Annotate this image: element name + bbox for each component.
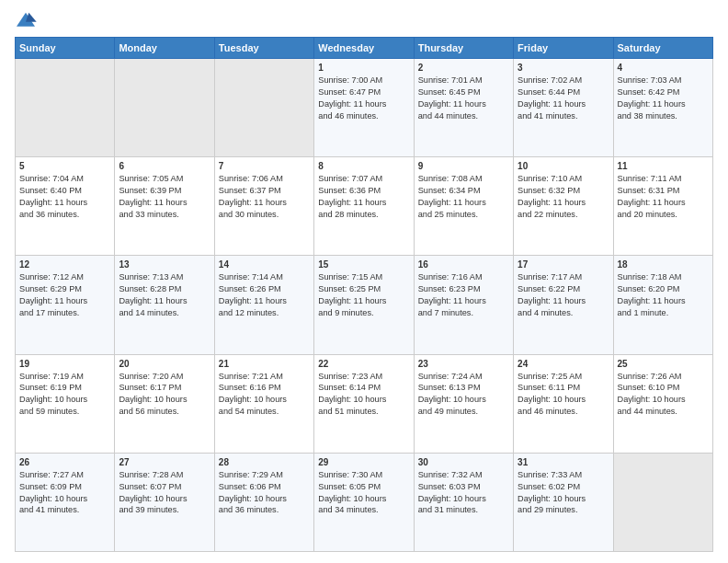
calendar-cell: 3Sunrise: 7:02 AM Sunset: 6:44 PM Daylig… <box>514 59 613 157</box>
calendar-cell: 28Sunrise: 7:29 AM Sunset: 6:06 PM Dayli… <box>214 453 313 551</box>
day-number: 19 <box>19 359 110 369</box>
logo-icon <box>15 11 37 29</box>
calendar-cell <box>613 453 712 551</box>
calendar-cell: 18Sunrise: 7:18 AM Sunset: 6:20 PM Dayli… <box>613 256 712 354</box>
weekday-header: Wednesday <box>314 38 414 59</box>
day-number: 10 <box>518 161 609 171</box>
weekday-header: Saturday <box>613 38 712 59</box>
weekday-header: Sunday <box>16 38 115 59</box>
day-info: Sunrise: 7:19 AM Sunset: 6:19 PM Dayligh… <box>19 371 110 419</box>
header <box>15 11 713 29</box>
day-number: 22 <box>318 359 409 369</box>
logo <box>15 11 40 29</box>
day-info: Sunrise: 7:24 AM Sunset: 6:13 PM Dayligh… <box>418 371 509 419</box>
calendar-cell: 12Sunrise: 7:12 AM Sunset: 6:29 PM Dayli… <box>16 256 115 354</box>
svg-marker-1 <box>26 13 37 22</box>
calendar-cell <box>214 59 313 157</box>
calendar-cell: 23Sunrise: 7:24 AM Sunset: 6:13 PM Dayli… <box>414 354 513 453</box>
day-info: Sunrise: 7:23 AM Sunset: 6:14 PM Dayligh… <box>318 371 409 419</box>
day-number: 27 <box>119 457 210 467</box>
day-info: Sunrise: 7:03 AM Sunset: 6:42 PM Dayligh… <box>618 75 709 122</box>
day-info: Sunrise: 7:25 AM Sunset: 6:11 PM Dayligh… <box>518 371 609 419</box>
calendar-cell: 13Sunrise: 7:13 AM Sunset: 6:28 PM Dayli… <box>115 256 214 354</box>
day-info: Sunrise: 7:12 AM Sunset: 6:29 PM Dayligh… <box>19 271 110 319</box>
day-number: 14 <box>219 259 310 270</box>
day-info: Sunrise: 7:21 AM Sunset: 6:16 PM Dayligh… <box>219 371 310 419</box>
calendar-cell: 8Sunrise: 7:07 AM Sunset: 6:36 PM Daylig… <box>314 157 414 256</box>
day-info: Sunrise: 7:18 AM Sunset: 6:20 PM Dayligh… <box>618 271 709 319</box>
day-number: 29 <box>318 457 409 467</box>
day-number: 26 <box>19 457 110 467</box>
calendar-cell: 27Sunrise: 7:28 AM Sunset: 6:07 PM Dayli… <box>115 453 214 551</box>
day-info: Sunrise: 7:27 AM Sunset: 6:09 PM Dayligh… <box>19 469 110 517</box>
day-info: Sunrise: 7:16 AM Sunset: 6:23 PM Dayligh… <box>418 271 509 319</box>
calendar-cell: 1Sunrise: 7:00 AM Sunset: 6:47 PM Daylig… <box>314 59 414 157</box>
calendar-cell: 15Sunrise: 7:15 AM Sunset: 6:25 PM Dayli… <box>314 256 414 354</box>
day-info: Sunrise: 7:30 AM Sunset: 6:05 PM Dayligh… <box>318 469 409 517</box>
day-info: Sunrise: 7:13 AM Sunset: 6:28 PM Dayligh… <box>119 271 210 319</box>
calendar-cell: 6Sunrise: 7:05 AM Sunset: 6:39 PM Daylig… <box>115 157 214 256</box>
day-number: 6 <box>119 161 210 171</box>
calendar-cell: 26Sunrise: 7:27 AM Sunset: 6:09 PM Dayli… <box>16 453 115 551</box>
weekday-header: Tuesday <box>214 38 313 59</box>
day-number: 31 <box>518 457 609 467</box>
day-info: Sunrise: 7:08 AM Sunset: 6:34 PM Dayligh… <box>418 173 509 221</box>
calendar-cell: 5Sunrise: 7:04 AM Sunset: 6:40 PM Daylig… <box>16 157 115 256</box>
day-number: 3 <box>518 63 609 73</box>
calendar-cell: 29Sunrise: 7:30 AM Sunset: 6:05 PM Dayli… <box>314 453 414 551</box>
day-info: Sunrise: 7:06 AM Sunset: 6:37 PM Dayligh… <box>219 173 310 221</box>
day-info: Sunrise: 7:28 AM Sunset: 6:07 PM Dayligh… <box>119 469 210 517</box>
day-number: 8 <box>318 161 409 171</box>
day-number: 16 <box>418 259 509 270</box>
calendar-cell: 7Sunrise: 7:06 AM Sunset: 6:37 PM Daylig… <box>214 157 313 256</box>
calendar-cell: 2Sunrise: 7:01 AM Sunset: 6:45 PM Daylig… <box>414 59 513 157</box>
calendar-cell <box>115 59 214 157</box>
day-info: Sunrise: 7:20 AM Sunset: 6:17 PM Dayligh… <box>119 371 210 419</box>
day-number: 2 <box>418 63 509 73</box>
day-number: 5 <box>19 161 110 171</box>
day-number: 30 <box>418 457 509 467</box>
calendar-cell: 20Sunrise: 7:20 AM Sunset: 6:17 PM Dayli… <box>115 354 214 453</box>
calendar-cell: 24Sunrise: 7:25 AM Sunset: 6:11 PM Dayli… <box>514 354 613 453</box>
day-number: 1 <box>318 63 409 73</box>
day-number: 28 <box>219 457 310 467</box>
day-info: Sunrise: 7:15 AM Sunset: 6:25 PM Dayligh… <box>318 271 409 319</box>
day-number: 24 <box>518 359 609 369</box>
day-number: 9 <box>418 161 509 171</box>
calendar-cell: 17Sunrise: 7:17 AM Sunset: 6:22 PM Dayli… <box>514 256 613 354</box>
day-info: Sunrise: 7:05 AM Sunset: 6:39 PM Dayligh… <box>119 173 210 221</box>
calendar-cell: 22Sunrise: 7:23 AM Sunset: 6:14 PM Dayli… <box>314 354 414 453</box>
calendar-cell: 31Sunrise: 7:33 AM Sunset: 6:02 PM Dayli… <box>514 453 613 551</box>
calendar-cell: 4Sunrise: 7:03 AM Sunset: 6:42 PM Daylig… <box>613 59 712 157</box>
day-info: Sunrise: 7:14 AM Sunset: 6:26 PM Dayligh… <box>219 271 310 319</box>
day-number: 20 <box>119 359 210 369</box>
weekday-header: Friday <box>514 38 613 59</box>
day-info: Sunrise: 7:10 AM Sunset: 6:32 PM Dayligh… <box>518 173 609 221</box>
day-info: Sunrise: 7:17 AM Sunset: 6:22 PM Dayligh… <box>518 271 609 319</box>
calendar-table: SundayMondayTuesdayWednesdayThursdayFrid… <box>15 37 713 552</box>
day-info: Sunrise: 7:04 AM Sunset: 6:40 PM Dayligh… <box>19 173 110 221</box>
day-info: Sunrise: 7:29 AM Sunset: 6:06 PM Dayligh… <box>219 469 310 517</box>
calendar-cell: 19Sunrise: 7:19 AM Sunset: 6:19 PM Dayli… <box>16 354 115 453</box>
day-number: 13 <box>119 259 210 270</box>
calendar-cell <box>16 59 115 157</box>
calendar-cell: 9Sunrise: 7:08 AM Sunset: 6:34 PM Daylig… <box>414 157 513 256</box>
day-number: 17 <box>518 259 609 270</box>
day-info: Sunrise: 7:01 AM Sunset: 6:45 PM Dayligh… <box>418 75 509 122</box>
calendar-cell: 10Sunrise: 7:10 AM Sunset: 6:32 PM Dayli… <box>514 157 613 256</box>
calendar-cell: 11Sunrise: 7:11 AM Sunset: 6:31 PM Dayli… <box>613 157 712 256</box>
calendar-cell: 30Sunrise: 7:32 AM Sunset: 6:03 PM Dayli… <box>414 453 513 551</box>
calendar-page: SundayMondayTuesdayWednesdayThursdayFrid… <box>0 0 728 563</box>
day-number: 18 <box>618 259 709 270</box>
day-info: Sunrise: 7:33 AM Sunset: 6:02 PM Dayligh… <box>518 469 609 517</box>
day-number: 21 <box>219 359 310 369</box>
day-number: 25 <box>618 359 709 369</box>
day-number: 11 <box>618 161 709 171</box>
day-info: Sunrise: 7:02 AM Sunset: 6:44 PM Dayligh… <box>518 75 609 122</box>
day-info: Sunrise: 7:26 AM Sunset: 6:10 PM Dayligh… <box>618 371 709 419</box>
day-info: Sunrise: 7:07 AM Sunset: 6:36 PM Dayligh… <box>318 173 409 221</box>
day-info: Sunrise: 7:11 AM Sunset: 6:31 PM Dayligh… <box>618 173 709 221</box>
calendar-cell: 16Sunrise: 7:16 AM Sunset: 6:23 PM Dayli… <box>414 256 513 354</box>
calendar-cell: 14Sunrise: 7:14 AM Sunset: 6:26 PM Dayli… <box>214 256 313 354</box>
day-info: Sunrise: 7:32 AM Sunset: 6:03 PM Dayligh… <box>418 469 509 517</box>
